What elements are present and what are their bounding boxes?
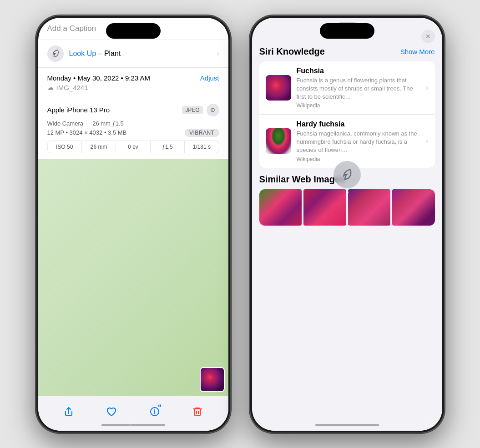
camera-top-row: Apple iPhone 13 Pro JPEG ⊙	[47, 104, 219, 116]
dynamic-island-left	[106, 23, 161, 39]
share-icon	[63, 406, 74, 417]
dot-r-2	[430, 423, 433, 426]
results-close-button[interactable]: ✕	[421, 30, 435, 43]
exif-iso: ISO 50	[48, 141, 82, 153]
similar-img-2[interactable]	[303, 189, 346, 226]
visual-lookup-icon	[47, 45, 64, 62]
home-indicator-right	[315, 424, 379, 426]
exif-shutter: 1/181 s	[185, 141, 218, 153]
camera-resolution-row: 12 MP • 3024 × 4032 • 3.5 MB VIBRANT	[47, 129, 219, 137]
camera-settings-icon[interactable]: ⊙	[207, 104, 219, 116]
heart-icon	[106, 406, 117, 417]
knowledge-item-fuchsia[interactable]: Fuchsia Fuchsia is a genus of flowering …	[259, 61, 435, 115]
home-indicator-left	[101, 424, 165, 426]
map-area[interactable]	[38, 159, 228, 396]
camera-model: Apple iPhone 13 Pro	[47, 106, 110, 114]
similar-img-3[interactable]	[348, 189, 391, 226]
similar-img-4[interactable]	[392, 189, 435, 226]
camera-badges: JPEG ⊙	[182, 104, 219, 116]
phone-screen-left: Add a Caption Look Up – Plant ›	[38, 18, 228, 431]
dynamic-island-right	[320, 23, 374, 39]
phones-container: Add a Caption Look Up – Plant ›	[0, 0, 480, 448]
results-content: Siri Knowledge Show More Fuchsia	[252, 43, 442, 226]
knowledge-item-hardy[interactable]: Hardy fuchsia Fuchsia magellanica, commo…	[259, 115, 435, 168]
results-panel: Results ✕ Siri Knowledge Show More	[252, 18, 442, 431]
fuchsia-source: Wikipedia	[297, 102, 421, 109]
format-badge: JPEG	[182, 106, 202, 114]
visual-lookup-leaf-icon	[340, 168, 354, 181]
info-button[interactable]: i	[145, 402, 165, 422]
similar-images-row	[259, 189, 435, 226]
lookup-row[interactable]: Look Up – Plant ›	[38, 40, 228, 68]
dot-r-1	[425, 423, 428, 426]
delete-button[interactable]	[187, 402, 207, 422]
like-button[interactable]	[101, 402, 121, 422]
fuchsia-info: Fuchsia Fuchsia is a genus of flowering …	[297, 67, 421, 109]
metadata-section: Monday • May 30, 2022 • 9:23 AM Adjust ☁…	[38, 68, 228, 98]
fuchsia-thumb	[266, 75, 291, 101]
fuchsia-desc: Fuchsia is a genus of flowering plants t…	[297, 76, 421, 101]
exif-aperture: ƒ1.5	[151, 141, 185, 153]
lookup-chevron: ›	[217, 50, 219, 58]
hardy-thumb-img	[266, 128, 291, 154]
similar-img-1[interactable]	[259, 189, 302, 226]
exif-focal: 26 mm	[82, 141, 116, 153]
lookup-label: Look Up – Plant	[69, 50, 121, 58]
fuchsia-thumb-img	[266, 75, 291, 101]
share-button[interactable]	[59, 402, 79, 422]
camera-lens: Wide Camera — 26 mm ƒ1.5	[47, 120, 219, 127]
knowledge-card: Fuchsia Fuchsia is a genus of flowering …	[259, 61, 435, 168]
phone-inner-right: Results ✕ Siri Knowledge Show More	[252, 18, 442, 431]
fuchsia-chevron: ›	[426, 84, 428, 92]
hardy-name: Hardy fuchsia	[297, 120, 421, 128]
similar-title: Similar Web Images	[259, 174, 345, 185]
visual-lookup-button[interactable]	[333, 161, 361, 188]
phone-inner-left: Add a Caption Look Up – Plant ›	[38, 18, 228, 431]
phone-right: Results ✕ Siri Knowledge Show More	[249, 15, 445, 433]
visual-lookup-dot	[346, 191, 349, 194]
meta-filename: IMG_4241	[56, 84, 88, 91]
exif-row: ISO 50 26 mm 0 ev ƒ1.5 1/181 s	[47, 141, 219, 153]
meta-filename-row: ☁ IMG_4241	[47, 84, 219, 91]
phone-screen-right: Results ✕ Siri Knowledge Show More	[252, 18, 442, 431]
hardy-info: Hardy fuchsia Fuchsia magellanica, commo…	[297, 120, 421, 162]
map-thumbnail	[200, 367, 225, 392]
camera-section: Apple iPhone 13 Pro JPEG ⊙ Wide Camera —…	[38, 98, 228, 159]
hardy-source: Wikipedia	[297, 156, 421, 162]
hardy-desc: Fuchsia magellanica, commonly known as t…	[297, 130, 421, 155]
map-thumb-image	[201, 368, 224, 391]
camera-resolution: 12 MP • 3024 × 4032 • 3.5 MB	[47, 129, 127, 136]
fuchsia-name: Fuchsia	[297, 67, 421, 75]
cloud-icon: ☁	[47, 84, 54, 91]
caption-placeholder[interactable]: Add a Caption	[47, 24, 96, 33]
page-dots-right	[425, 423, 433, 426]
meta-date: Monday • May 30, 2022 • 9:23 AM	[47, 74, 150, 82]
hardy-thumb	[266, 128, 291, 154]
meta-date-row: Monday • May 30, 2022 • 9:23 AM Adjust	[47, 74, 219, 82]
siri-knowledge-header: Siri Knowledge Show More	[259, 46, 435, 57]
style-badge: VIBRANT	[185, 129, 219, 137]
trash-icon	[192, 406, 203, 417]
exif-ev: 0 ev	[116, 141, 150, 153]
siri-knowledge-title: Siri Knowledge	[259, 46, 325, 57]
phone-left: Add a Caption Look Up – Plant ›	[35, 15, 231, 433]
hardy-chevron: ›	[426, 137, 428, 145]
leaf-icon	[51, 49, 61, 59]
show-more-button[interactable]: Show More	[400, 48, 435, 55]
adjust-button[interactable]: Adjust	[200, 74, 219, 82]
